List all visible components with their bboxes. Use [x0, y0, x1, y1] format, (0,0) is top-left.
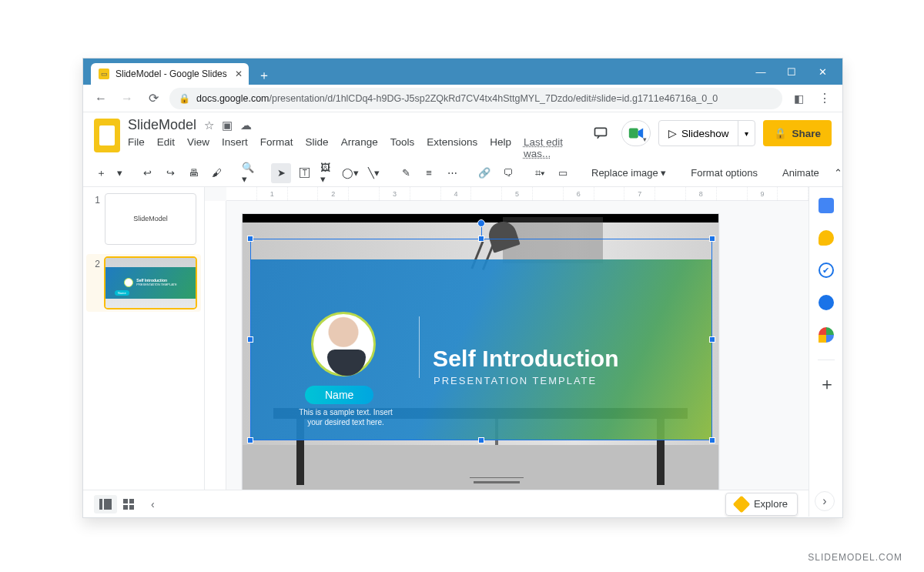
close-tab-icon[interactable]: ✕ — [235, 69, 243, 79]
meet-button[interactable]: ▾ — [621, 120, 651, 146]
grid-view-icon[interactable] — [117, 495, 140, 513]
share-button[interactable]: 🔒 Share — [763, 120, 832, 146]
link-icon[interactable]: 🔗 — [474, 163, 494, 183]
svg-rect-1 — [629, 129, 638, 139]
slides-logo-icon[interactable] — [94, 119, 120, 152]
share-label: Share — [792, 128, 821, 139]
menu-extensions[interactable]: Extensions — [427, 136, 477, 159]
resize-handle[interactable] — [247, 437, 253, 443]
watermark: SLIDEMODEL.COM — [808, 552, 902, 563]
resize-handle[interactable] — [247, 336, 253, 343]
window-close-icon[interactable]: ✕ — [807, 59, 838, 85]
line-icon[interactable]: ╲▾ — [363, 163, 383, 183]
svg-rect-5 — [129, 499, 134, 503]
document-title[interactable]: SlideModel — [128, 117, 196, 133]
resize-handle[interactable] — [709, 236, 715, 242]
nav-reload-icon[interactable]: ⟳ — [143, 89, 163, 109]
mask-icon[interactable]: ▭ — [553, 163, 573, 183]
border-color-icon[interactable]: ✎ — [396, 163, 416, 183]
contacts-icon[interactable] — [819, 295, 834, 310]
crop-icon[interactable]: ⌗▾ — [530, 163, 550, 183]
zoom-button[interactable]: 🔍▾ — [239, 163, 259, 183]
menu-format[interactable]: Format — [260, 136, 293, 159]
resize-handle[interactable] — [478, 236, 484, 242]
hide-sidepanel-icon[interactable]: › — [815, 491, 835, 511]
resize-handle[interactable] — [478, 437, 484, 443]
calendar-icon[interactable] — [819, 198, 834, 213]
window-minimize-icon[interactable]: ― — [745, 59, 776, 85]
nav-back-icon[interactable]: ← — [91, 89, 111, 109]
slide-heading: Self Introduction — [433, 346, 619, 372]
tasks-icon[interactable] — [819, 263, 834, 278]
collapse-toolbar-icon[interactable]: ⌃ — [829, 163, 849, 183]
sample-text: This is a sample text. Insert your desir… — [296, 407, 396, 427]
url-domain: docs.google.com — [196, 93, 270, 104]
selected-image-object[interactable]: Name This is a sample text. Insert your … — [250, 239, 712, 440]
svg-rect-4 — [123, 499, 128, 503]
slideshow-split-button[interactable]: ▾ — [738, 121, 755, 146]
google-side-panel: ＋ — [808, 187, 842, 517]
slide-stage[interactable]: Name This is a sample text. Insert your … — [242, 213, 719, 498]
menu-view[interactable]: View — [187, 136, 209, 159]
new-slide-dropdown[interactable]: ▾ — [114, 163, 125, 183]
install-app-icon[interactable]: ◧ — [788, 89, 808, 109]
filmstrip-view-icon[interactable] — [94, 495, 117, 513]
resize-handle[interactable] — [709, 336, 715, 343]
slideshow-button[interactable]: ▷Slideshow ▾ — [658, 120, 756, 146]
resize-handle[interactable] — [709, 437, 715, 443]
redo-icon[interactable]: ↪ — [160, 163, 180, 183]
select-tool-icon[interactable]: ➤ — [271, 163, 291, 183]
rotate-handle[interactable] — [477, 219, 485, 227]
explore-button[interactable]: Explore — [725, 493, 798, 516]
undo-icon[interactable]: ↩ — [137, 163, 157, 183]
url-path: /presentation/d/1hlCDq4-h9DG-J5sp2ZQkRd7… — [270, 93, 718, 104]
window-maximize-icon[interactable]: ☐ — [776, 59, 807, 85]
shape-icon[interactable]: ◯▾ — [340, 163, 360, 183]
paint-format-icon[interactable]: 🖌 — [206, 163, 226, 183]
collapse-panel-icon[interactable]: ‹ — [151, 498, 155, 510]
textbox-icon[interactable]: 🅃 — [294, 163, 314, 183]
cloud-saved-icon[interactable]: ☁ — [240, 119, 252, 132]
browser-menu-icon[interactable]: ⋮ — [815, 91, 835, 105]
browser-address-bar: ← → ⟳ 🔒 docs.google.com/presentation/d/1… — [83, 85, 842, 112]
slide-thumbnail-2[interactable]: Self Introduction PRESENTATION TEMPLATE … — [105, 257, 196, 309]
resize-handle[interactable] — [247, 236, 253, 242]
replace-image-button[interactable]: Replace image ▾ — [585, 167, 672, 179]
maps-icon[interactable] — [819, 327, 834, 343]
star-icon[interactable]: ☆ — [204, 119, 214, 132]
comment-icon[interactable]: 🗨 — [497, 163, 517, 183]
slideshow-label: Slideshow — [681, 128, 729, 139]
nav-forward-icon[interactable]: → — [117, 89, 137, 109]
menu-insert[interactable]: Insert — [222, 136, 248, 159]
format-options-button[interactable]: Format options — [685, 167, 764, 179]
menu-slide[interactable]: Slide — [306, 136, 329, 159]
animate-button[interactable]: Animate — [776, 167, 825, 179]
menu-arrange[interactable]: Arrange — [341, 136, 378, 159]
browser-tab[interactable]: ▭ SlideModel - Google Slides ✕ — [91, 63, 249, 85]
last-edit-link[interactable]: Last edit was... — [524, 136, 580, 159]
move-folder-icon[interactable]: ▣ — [222, 119, 233, 132]
browser-titlebar: ▭ SlideModel - Google Slides ✕ ＋ ― ☐ ✕ — [83, 59, 842, 85]
border-weight-icon[interactable]: ≡ — [419, 163, 439, 183]
border-dash-icon[interactable]: ⋯ — [442, 163, 462, 183]
svg-rect-7 — [129, 505, 134, 510]
menu-edit[interactable]: Edit — [157, 136, 175, 159]
thumbnail-row[interactable]: 2 Self Introduction PRESENTATION TEMPLAT… — [86, 254, 201, 312]
addons-plus-icon[interactable]: ＋ — [819, 377, 834, 393]
comments-icon[interactable] — [588, 120, 614, 146]
new-tab-button[interactable]: ＋ — [255, 66, 273, 85]
menu-file[interactable]: File — [128, 136, 145, 159]
url-input[interactable]: 🔒 docs.google.com/presentation/d/1hlCDq4… — [169, 88, 782, 109]
image-icon[interactable]: 🖼▾ — [317, 163, 337, 183]
menu-help[interactable]: Help — [490, 136, 511, 159]
keep-icon[interactable] — [819, 230, 834, 246]
ruler-horizontal: 123456789 — [226, 187, 808, 201]
slide-canvas-area[interactable]: 123456789 Name This is a sample text. In… — [205, 187, 808, 517]
thumbnail-row[interactable]: 1 SlideModel — [91, 193, 196, 245]
slide-thumbnail-1[interactable]: SlideModel — [105, 193, 196, 245]
ruler-vertical — [205, 201, 226, 517]
new-slide-button[interactable]: ＋ — [91, 163, 111, 183]
menu-tools[interactable]: Tools — [390, 136, 415, 159]
print-icon[interactable]: 🖶 — [183, 163, 203, 183]
window-buttons: ― ☐ ✕ — [745, 59, 838, 85]
